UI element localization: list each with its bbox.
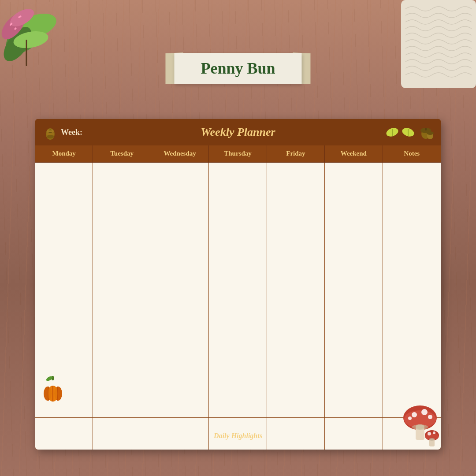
svg-point-44	[429, 438, 435, 441]
planner-title: Weekly Planner	[201, 126, 275, 139]
title-banner-background: Penny Bun	[174, 53, 301, 84]
planner-card: Week: Weekly Planner Monday Tuesday Wedn…	[35, 119, 441, 450]
pumpkin-decoration	[40, 375, 66, 408]
day-header-notes: Notes	[383, 145, 441, 162]
svg-point-14	[47, 135, 54, 138]
highlight-thursday[interactable]	[209, 418, 267, 450]
planner-header: Week: Weekly Planner	[35, 119, 441, 145]
pinecone-icon	[42, 124, 58, 140]
highlights-cells-grid	[35, 418, 441, 450]
day-header-weekend: Weekend	[325, 145, 383, 162]
svg-point-33	[421, 409, 428, 415]
notes-cell[interactable]	[383, 163, 441, 418]
svg-point-34	[428, 415, 432, 419]
leaf-left-icon	[384, 124, 400, 140]
svg-rect-21	[425, 128, 427, 130]
title-banner: Penny Bun	[174, 53, 301, 84]
highlight-wednesday[interactable]	[151, 418, 209, 450]
days-header-row: Monday Tuesday Wednesday Thursday Friday…	[35, 145, 441, 163]
svg-point-38	[412, 424, 428, 430]
svg-point-32	[412, 412, 417, 417]
wednesday-cell[interactable]	[151, 163, 209, 418]
svg-point-35	[408, 416, 412, 420]
day-header-wednesday: Wednesday	[151, 145, 209, 162]
highlights-section: Daily Highlights	[35, 418, 441, 450]
tuesday-cell[interactable]	[93, 163, 151, 418]
leaf-right-icon	[400, 124, 416, 140]
thursday-cell[interactable]	[209, 163, 267, 418]
acorn-icon	[418, 124, 434, 140]
svg-point-42	[433, 431, 435, 434]
friday-cell[interactable]	[267, 163, 325, 418]
svg-point-41	[428, 432, 431, 435]
highlight-tuesday[interactable]	[93, 418, 151, 450]
svg-point-23	[427, 131, 434, 135]
day-header-friday: Friday	[267, 145, 325, 162]
knit-decoration-topright	[388, 0, 476, 97]
app-title: Penny Bun	[201, 60, 275, 77]
week-label: Week:	[61, 128, 82, 137]
highlight-monday[interactable]	[35, 418, 93, 450]
plant-decoration-topleft	[0, 0, 66, 79]
mushroom-decoration	[400, 402, 440, 452]
day-header-monday: Monday	[35, 145, 93, 162]
weekend-cell[interactable]	[325, 163, 383, 418]
day-header-thursday: Thursday	[209, 145, 267, 162]
highlight-friday[interactable]	[267, 418, 325, 450]
planner-main-grid	[35, 163, 441, 418]
week-input-line	[84, 139, 380, 139]
day-header-tuesday: Tuesday	[93, 145, 151, 162]
highlight-weekend[interactable]	[325, 418, 383, 450]
